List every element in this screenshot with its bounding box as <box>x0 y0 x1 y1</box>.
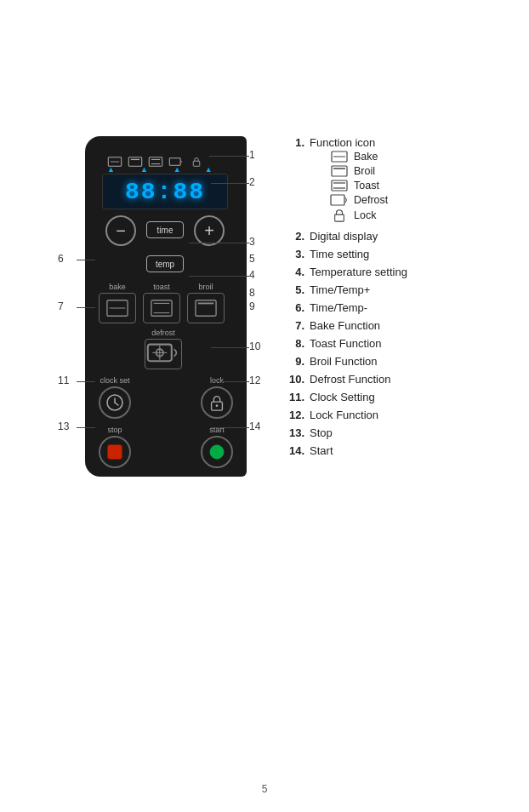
lock-sub-label: Lock <box>354 209 376 221</box>
defrost-area: defrost <box>145 329 182 369</box>
toast-label: toast <box>153 283 170 291</box>
arrow4: ▲ <box>205 165 213 174</box>
display-text: 88:88 <box>125 179 205 205</box>
callout-6: 6 <box>58 253 64 265</box>
line-3 <box>189 243 249 243</box>
legend-num-12: 12. <box>289 409 304 421</box>
callout-10: 10 <box>249 340 260 352</box>
oven-panel: ▲ ▲ ▲ ▲ 88:88 time − + temp bake <box>85 136 247 477</box>
legend-sub-toast: Toast <box>330 180 388 192</box>
legend-num-2: 2. <box>289 230 304 243</box>
callout-9-text: 9 <box>249 300 255 312</box>
legend-text-3: Time setting <box>310 248 369 260</box>
bake-sub-label: Bake <box>354 151 378 163</box>
stop-label: stop <box>107 426 122 434</box>
legend-item-13: 13. Stop <box>289 426 493 439</box>
digital-display: 88:88 <box>102 174 228 209</box>
clock-label: clock set <box>100 376 129 385</box>
defrost-label: defrost <box>151 329 175 337</box>
legend-item-3: 3. Time setting <box>289 248 493 260</box>
page: ▲ ▲ ▲ ▲ 88:88 time − + temp bake <box>0 0 529 812</box>
stop-start-row: stop start <box>99 426 233 468</box>
broil-sub-icon <box>330 165 349 177</box>
callout-1-text: 1 <box>249 149 255 161</box>
line-4 <box>189 276 249 277</box>
time-button[interactable]: time <box>146 221 184 238</box>
svg-rect-29 <box>332 166 347 176</box>
temp-button[interactable]: temp <box>146 255 184 272</box>
legend-sub-lock: Lock <box>330 209 388 222</box>
legend-text-4: Temperature setting <box>310 266 407 278</box>
legend-text-6: Time/Temp- <box>310 301 367 314</box>
bake-sub-icon <box>330 151 349 163</box>
clock-lock-row: clock set lock <box>99 376 233 419</box>
callout-7: 7 <box>58 300 64 312</box>
bake-function-btn[interactable]: bake <box>99 283 136 323</box>
bake-btn-box[interactable] <box>99 293 136 323</box>
legend-num-1: 1. <box>289 136 304 149</box>
toast-function-btn[interactable]: toast <box>143 283 180 323</box>
callout-12: 12 <box>249 375 260 386</box>
clock-button[interactable] <box>99 386 131 419</box>
lock-area: lock <box>201 376 233 419</box>
callout-8: 8 <box>249 287 255 299</box>
line-11 <box>77 381 95 382</box>
plus-icon: + <box>204 221 214 241</box>
legend-sub-1: Bake Broil <box>330 151 388 222</box>
legend-num-4: 4. <box>289 266 304 278</box>
callout-1: 1 <box>249 149 255 161</box>
minus-button[interactable]: − <box>105 215 136 246</box>
broil-label: broil <box>198 283 213 291</box>
line-14 <box>211 427 249 428</box>
svg-point-24 <box>216 404 219 407</box>
broil-btn-box[interactable] <box>187 293 225 323</box>
defrost-button[interactable] <box>145 339 182 369</box>
callout-14: 14 <box>249 420 260 432</box>
legend-item-5: 5. Time/Temp+ <box>289 283 493 296</box>
plus-button[interactable]: + <box>194 215 225 246</box>
start-button[interactable] <box>201 436 233 468</box>
legend-item-6: 6. Time/Temp- <box>289 301 493 314</box>
legend-num-10: 10. <box>289 373 304 386</box>
legend-num-11: 11. <box>289 391 304 403</box>
callout-13-text: 13 <box>58 420 69 432</box>
line-1 <box>209 156 249 157</box>
legend: 1. Function icon Bake <box>289 136 493 462</box>
legend-text-12: Lock Function <box>310 409 378 421</box>
lock-button[interactable] <box>201 386 233 419</box>
callout-14-text: 14 <box>249 420 260 432</box>
callout-11-text: 11 <box>58 375 69 386</box>
broil-function-btn[interactable]: broil <box>187 283 225 323</box>
lock-sub-icon <box>330 209 349 222</box>
defrost-sub-icon <box>330 194 349 206</box>
svg-rect-35 <box>335 214 344 221</box>
legend-sub-broil: Broil <box>330 165 388 177</box>
page-number: 5 <box>262 783 268 795</box>
callout-2-text: 2 <box>249 176 255 188</box>
minus-icon: − <box>116 221 126 241</box>
line-7 <box>77 307 95 308</box>
arrow2: ▲ <box>140 165 148 174</box>
legend-num-8: 8. <box>289 337 304 350</box>
svg-rect-31 <box>332 180 347 191</box>
svg-line-22 <box>115 403 118 405</box>
legend-item-11: 11. Clock Setting <box>289 391 493 403</box>
line-6 <box>77 260 95 260</box>
lock-label: lock <box>210 376 224 385</box>
legend-text-5: Time/Temp+ <box>310 283 370 296</box>
callout-12-text: 12 <box>249 375 260 386</box>
line-12 <box>211 381 249 382</box>
arrow1: ▲ <box>107 165 115 174</box>
callout-8-text: 8 <box>249 287 255 299</box>
toast-sub-icon <box>330 180 349 192</box>
callout-5: 5 <box>249 253 255 265</box>
legend-text-13: Stop <box>310 426 333 439</box>
legend-text-10: Defrost Function <box>310 373 390 386</box>
legend-item-14: 14. Start <box>289 444 493 457</box>
legend-num-3: 3. <box>289 248 304 260</box>
legend-sub-defrost: Defrost <box>330 194 388 206</box>
defrost-sub-label: Defrost <box>354 194 388 206</box>
toast-btn-box[interactable] <box>143 293 180 323</box>
callout-2: 2 <box>249 176 255 188</box>
stop-button[interactable] <box>99 436 131 468</box>
